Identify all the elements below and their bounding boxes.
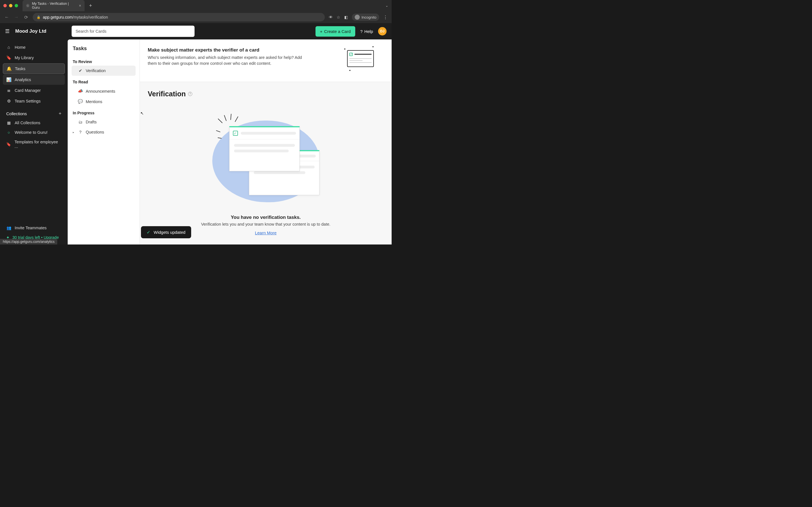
tab-bar: G My Tasks - Verification | Guru × + ⌄ (0, 0, 392, 11)
help-link[interactable]: ? Help (360, 29, 373, 34)
empty-state-heading: You have no verification tasks. (231, 215, 301, 220)
incognito-badge[interactable]: Incognito (352, 13, 379, 21)
user-plus-icon: 👥 (6, 226, 11, 230)
window-maximize-button[interactable] (15, 4, 18, 7)
nav-item-collection-welcome[interactable]: ○ Welcome to Guru! (3, 128, 65, 137)
app-root: ☰ Mood Joy Ltd + Create a Card ? Help DJ… (0, 23, 392, 244)
nav-invite-teammates[interactable]: 👥 Invite Teammates (3, 223, 65, 233)
app-header: ☰ Mood Joy Ltd + Create a Card ? Help DJ (0, 23, 392, 40)
nav-item-analytics[interactable]: 📊 Analytics (3, 75, 65, 85)
banner-illustration (344, 47, 384, 73)
task-label: Drafts (86, 120, 97, 124)
window-close-button[interactable] (3, 4, 7, 7)
window-minimize-button[interactable] (9, 4, 12, 7)
star-icon[interactable]: ☆ (337, 15, 340, 19)
extensions-icon[interactable]: ◧ (344, 15, 348, 19)
grid-icon: ▦ (6, 121, 11, 125)
incognito-icon (355, 15, 360, 20)
content-area: Tasks To Review ✔ Verification To Read 📣… (68, 40, 392, 244)
section-in-progress: In Progress (71, 109, 136, 117)
tab-title: My Tasks - Verification | Guru (32, 2, 75, 10)
banner-description: Who's seeking information, and which sub… (148, 55, 306, 66)
task-label: Announcements (86, 89, 115, 94)
layers-icon: ≣ (6, 88, 11, 93)
help-circle-icon: ? (360, 29, 363, 34)
browser-menu-icon[interactable]: ⋮ (383, 15, 388, 20)
create-card-button[interactable]: + Create a Card (315, 26, 355, 37)
task-item-mentions[interactable]: 💬 Mentions (71, 96, 136, 107)
nav-item-collection-templates[interactable]: 🔖 Templates for employee ... (3, 137, 65, 151)
tasks-panel: Tasks To Review ✔ Verification To Read 📣… (68, 40, 140, 244)
help-tooltip-icon[interactable]: ? (188, 92, 192, 96)
task-item-verification[interactable]: ✔ Verification (71, 66, 136, 76)
header-right: + Create a Card ? Help DJ (315, 26, 387, 37)
tabs-dropdown-icon[interactable]: ⌄ (386, 4, 388, 8)
task-label: Questions (86, 130, 104, 134)
nav-item-tasks[interactable]: 🔔 Tasks (3, 63, 65, 74)
banner-text: Make subject matter experts the verifier… (148, 47, 336, 66)
check-circle-icon: ✔ (78, 68, 83, 73)
incognito-label: Incognito (361, 15, 376, 19)
megaphone-icon: 📣 (78, 89, 83, 94)
new-tab-button[interactable]: + (87, 3, 94, 9)
section-to-read: To Read (71, 78, 136, 86)
circle-icon: ○ (6, 130, 11, 135)
bell-icon: 🔔 (6, 66, 11, 71)
url-bar[interactable]: 🔒 app.getguru.com/mytasks/verification (33, 13, 325, 21)
browser-tab[interactable]: G My Tasks - Verification | Guru × (22, 0, 85, 11)
info-banner: Make subject matter experts the verifier… (140, 40, 392, 82)
hamburger-icon[interactable]: ☰ (5, 28, 10, 34)
traffic-lights (3, 4, 18, 7)
empty-state-subtext: Verification lets you and your team know… (201, 222, 331, 226)
toast-notification: ✓ Widgets updated (141, 226, 191, 238)
invite-label: Invite Teammates (15, 226, 47, 230)
nav-label: Home (15, 45, 26, 50)
create-card-label: Create a Card (324, 29, 351, 34)
task-item-announcements[interactable]: 📣 Announcements (71, 86, 136, 96)
workspace-name[interactable]: Mood Joy Ltd (15, 29, 46, 34)
browser-status-bar: https://app.getguru.com/analytics (0, 239, 57, 244)
collections-label: Collections (6, 111, 27, 116)
forward-icon[interactable]: → (13, 15, 19, 20)
help-label: Help (364, 29, 373, 34)
chat-icon: 💬 (78, 99, 83, 104)
page-title-row: Verification ? (148, 90, 384, 98)
chevron-right-icon[interactable]: ▸ (73, 131, 75, 134)
url-text: app.getguru.com/mytasks/verification (43, 15, 108, 19)
learn-more-link[interactable]: Learn More (255, 230, 276, 235)
collections-header: Collections + (3, 107, 65, 118)
avatar[interactable]: DJ (378, 27, 387, 36)
banner-title: Make subject matter experts the verifier… (148, 47, 336, 53)
nav-item-home[interactable]: ⌂ Home (3, 42, 65, 52)
bar-chart-icon: 📊 (6, 77, 11, 82)
back-icon[interactable]: ← (4, 15, 10, 20)
tasks-title: Tasks (71, 46, 136, 52)
nav-label: Team Settings (15, 99, 41, 103)
search-input[interactable] (71, 25, 195, 37)
search-container (71, 25, 195, 37)
task-item-drafts[interactable]: 🗂 Drafts (71, 117, 136, 127)
nav-label: My Library (15, 55, 34, 60)
eye-off-icon[interactable]: 👁 (329, 15, 333, 19)
app-body: ⌂ Home 🔖 My Library 🔔 Tasks 📊 Analytics … (0, 40, 392, 244)
task-label: Verification (86, 68, 106, 73)
main-content: Make subject matter experts the verifier… (140, 40, 392, 244)
task-item-questions[interactable]: ▸ ? Questions (71, 127, 136, 137)
coll-label: All Collections (15, 121, 40, 125)
avatar-initials: DJ (380, 29, 384, 33)
nav-item-my-library[interactable]: 🔖 My Library (3, 53, 65, 63)
empty-state: ✓ You have no verification tasks. Verifi (148, 107, 384, 241)
cards-icon: 🗂 (78, 120, 83, 124)
nav-item-all-collections[interactable]: ▦ All Collections (3, 118, 65, 128)
nav-item-card-manager[interactable]: ≣ Card Manager (3, 86, 65, 96)
nav-item-team-settings[interactable]: ⚙ Team Settings (3, 96, 65, 106)
add-collection-icon[interactable]: + (59, 111, 61, 116)
nav-label: Tasks (15, 66, 26, 71)
reload-icon[interactable]: ⟳ (23, 15, 29, 20)
tab-close-icon[interactable]: × (79, 3, 81, 8)
section-to-review: To Review (71, 58, 136, 66)
toast-message: Widgets updated (154, 230, 186, 235)
empty-state-illustration: ✓ (209, 112, 322, 208)
address-bar-row: ← → ⟳ 🔒 app.getguru.com/mytasks/verifica… (0, 11, 392, 23)
plus-icon: + (320, 29, 322, 34)
